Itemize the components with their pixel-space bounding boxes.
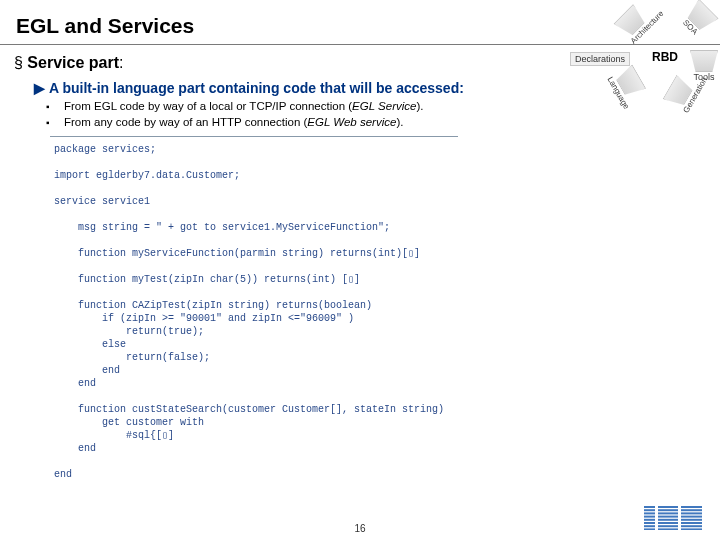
wedge-center-rbd: RBD bbox=[652, 50, 678, 64]
svg-rect-3 bbox=[644, 516, 702, 518]
svg-rect-5 bbox=[644, 522, 702, 524]
bullet-square-icon: ▪ bbox=[46, 117, 50, 128]
slide-title: EGL and Services bbox=[16, 14, 194, 38]
wedge-declarations: Declarations bbox=[570, 52, 630, 66]
bullet-built-in-language-part: ▶A built-in language part containing cod… bbox=[34, 80, 464, 96]
sub2-prefix: From any code by way of an HTTP connecti… bbox=[64, 116, 307, 128]
sub-bullet-egl-service: ▪ From EGL code by way of a local or TCP… bbox=[64, 100, 423, 112]
wedge-soa: SOA bbox=[677, 0, 719, 40]
subheading-service-part: § Service part: bbox=[14, 54, 123, 72]
svg-rect-0 bbox=[644, 506, 702, 508]
svg-rect-4 bbox=[644, 519, 702, 521]
sub1-suffix: ). bbox=[416, 100, 423, 112]
rbd-wedge-diagram: Declarations RBD Architecture SOA Tools … bbox=[612, 4, 712, 104]
svg-rect-8 bbox=[655, 506, 658, 530]
arrow-icon: ▶ bbox=[34, 80, 45, 96]
bullet-square-icon: ▪ bbox=[46, 101, 50, 112]
wedge-shape-icon bbox=[690, 50, 718, 72]
sub2-suffix: ). bbox=[396, 116, 403, 128]
sub-bullet-egl-web-service: ▪ From any code by way of an HTTP connec… bbox=[64, 116, 403, 128]
sub2-em: EGL Web service bbox=[307, 116, 396, 128]
wedge-language: Language bbox=[605, 64, 650, 110]
svg-rect-9 bbox=[678, 506, 681, 530]
svg-rect-7 bbox=[644, 528, 702, 530]
slide-number: 16 bbox=[354, 523, 365, 534]
svg-rect-2 bbox=[644, 512, 702, 514]
sub1-em: EGL Service bbox=[352, 100, 416, 112]
code-snippet: package services; import eglderby7.data.… bbox=[50, 136, 458, 497]
svg-rect-1 bbox=[644, 509, 702, 511]
sub1-prefix: From EGL code by way of a local or TCP/I… bbox=[64, 100, 352, 112]
svg-rect-6 bbox=[644, 525, 702, 527]
wedge-architecture: Architecture bbox=[613, 0, 665, 46]
subhead-colon: : bbox=[119, 54, 123, 71]
bullet-text: A built-in language part containing code… bbox=[49, 80, 464, 96]
ibm-logo-icon bbox=[644, 506, 702, 530]
bullet-square-icon: § bbox=[14, 54, 27, 71]
subhead-bold: Service part bbox=[27, 54, 119, 71]
